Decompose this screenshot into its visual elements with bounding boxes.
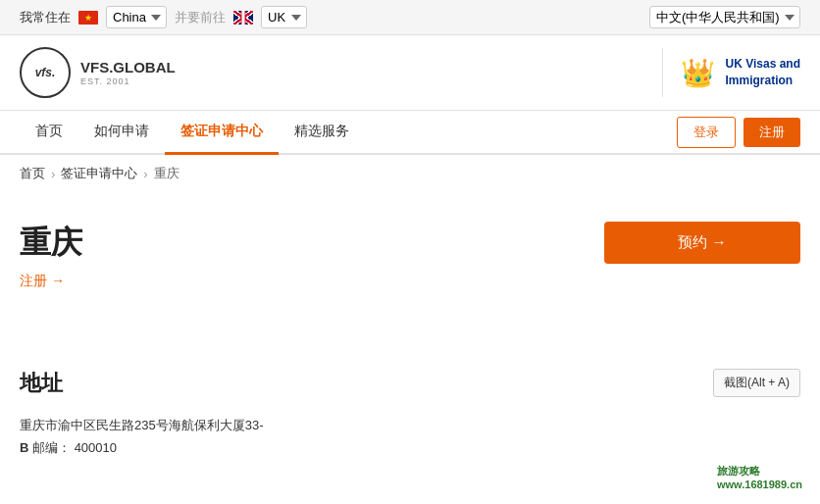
uk-flag-icon (233, 11, 253, 25)
address-title: 地址 (20, 369, 693, 398)
nav-left: 首页 如何申请 签证申请中心 精选服务 (20, 111, 365, 153)
vfs-logo-circle[interactable]: vfs. (20, 47, 71, 98)
uk-visa-badge: 👑 UK Visas and Immigration (662, 48, 800, 97)
nav-how-to-apply[interactable]: 如何申请 (78, 111, 165, 155)
country-select[interactable]: China (106, 6, 167, 28)
destination-select[interactable]: UK (261, 6, 307, 28)
breadcrumb-sep1: › (51, 167, 55, 181)
live-in-label: 我常住在 (20, 9, 71, 26)
china-flag-icon: ★ (78, 11, 98, 25)
map-screenshot-button[interactable]: 截图(Alt + A) (713, 369, 800, 397)
address-section: 地址 截图(Alt + A) 重庆市渝中区民生路235号海航保利大厦33- B … (0, 369, 820, 460)
postcode: 400010 (75, 440, 117, 455)
breadcrumb: 首页 › 签证申请中心 › 重庆 (0, 155, 820, 192)
breadcrumb-city: 重庆 (154, 165, 179, 182)
logo-est-text: EST. 2001 (80, 76, 176, 86)
top-bar: 我常住在 ★ China 并要前往 UK 中文(中华人民共和国) (0, 0, 820, 35)
nav-bar: 首页 如何申请 签证申请中心 精选服务 登录 注册 (0, 111, 820, 155)
register-link[interactable]: 注册 → (20, 273, 65, 290)
language-select[interactable]: 中文(中华人民共和国) (649, 6, 800, 28)
top-bar-left: 我常住在 ★ China 并要前往 UK (20, 6, 641, 28)
register-button[interactable]: 注册 (743, 118, 800, 147)
city-title: 重庆 (20, 222, 82, 265)
main-content: 重庆 注册 → 预约 → (0, 192, 820, 320)
breadcrumb-sep2: › (143, 167, 147, 181)
logo-global-text: VFS.GLOBAL (80, 59, 176, 76)
breadcrumb-visa-center[interactable]: 签证申请中心 (61, 165, 137, 182)
city-title-block: 重庆 注册 → (20, 222, 82, 290)
address-line1: 重庆市渝中区民生路235号海航保利大厦33- (20, 418, 263, 432)
nav-home[interactable]: 首页 (20, 111, 78, 155)
top-bar-right: 中文(中华人民共和国) (649, 6, 800, 28)
logo-text-block: VFS.GLOBAL EST. 2001 (80, 59, 176, 86)
separator: 并要前往 (175, 9, 226, 26)
nav-right: 登录 注册 (677, 117, 800, 148)
nav-visa-center[interactable]: 签证申请中心 (165, 111, 279, 155)
address-text: 重庆市渝中区民生路235号海航保利大厦33- B 邮编： 400010 (20, 414, 800, 460)
uk-crown-icon: 👑 (679, 48, 718, 97)
login-button[interactable]: 登录 (677, 117, 736, 148)
postcode-label: 邮编： (32, 440, 71, 455)
nav-premium-services[interactable]: 精选服务 (279, 111, 365, 155)
breadcrumb-home[interactable]: 首页 (20, 165, 45, 182)
city-row: 重庆 注册 → 预约 → (20, 222, 800, 290)
uk-visa-text: UK Visas and Immigration (726, 56, 800, 89)
logo-area: vfs. VFS.GLOBAL EST. 2001 (20, 47, 176, 98)
header: vfs. VFS.GLOBAL EST. 2001 👑 UK Visas and… (0, 35, 820, 111)
section-row: 地址 截图(Alt + A) (20, 369, 800, 398)
address-line2: B (20, 440, 28, 455)
appointment-button[interactable]: 预约 → (604, 222, 800, 264)
logo-vfs-text: vfs. (35, 66, 56, 79)
